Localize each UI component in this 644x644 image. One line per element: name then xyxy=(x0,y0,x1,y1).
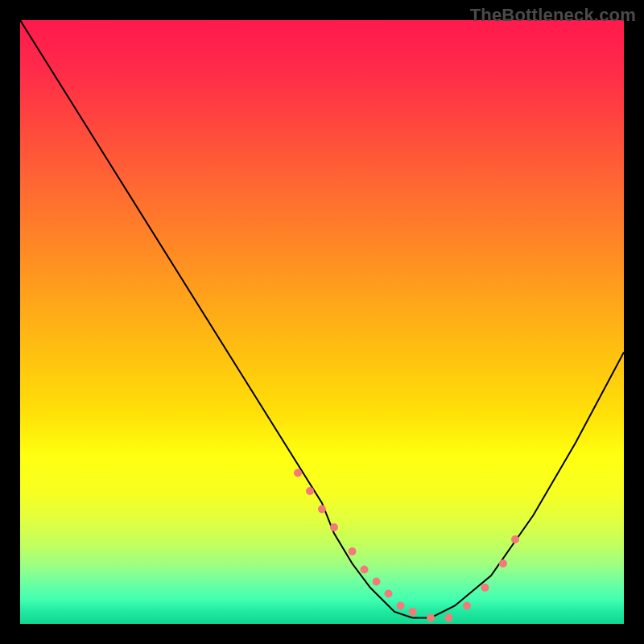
highlight-dot xyxy=(427,614,435,622)
highlight-dot xyxy=(349,547,357,555)
highlight-dot xyxy=(361,566,369,574)
highlight-dot xyxy=(385,590,393,598)
chart-plot-area xyxy=(20,20,624,624)
highlight-dot xyxy=(511,535,519,543)
highlight-dot xyxy=(409,608,417,616)
highlight-dot xyxy=(318,506,326,514)
bottleneck-curve xyxy=(20,20,624,618)
highlight-dot xyxy=(445,614,453,622)
highlight-dot xyxy=(481,584,489,592)
chart-frame: TheBottleneck.com xyxy=(0,0,644,644)
highlight-dot xyxy=(397,602,405,610)
highlight-dot xyxy=(306,487,314,495)
highlight-dot xyxy=(463,602,471,610)
highlight-dot xyxy=(294,469,302,477)
chart-svg xyxy=(20,20,624,624)
highlight-dots xyxy=(294,469,519,622)
watermark-text: TheBottleneck.com xyxy=(470,5,636,26)
highlight-dot xyxy=(499,559,507,568)
highlight-dot xyxy=(330,523,338,531)
highlight-dot xyxy=(373,578,381,586)
